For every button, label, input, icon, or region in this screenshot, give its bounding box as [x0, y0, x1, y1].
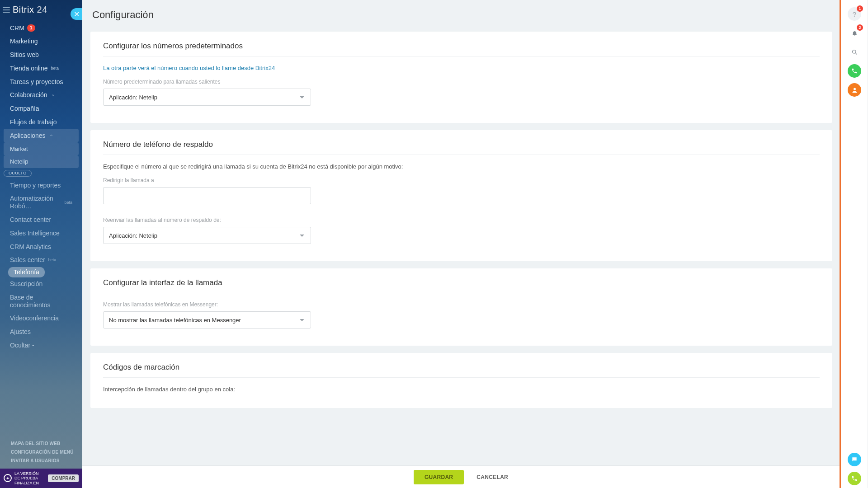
sidebar-item-label: Telefonía	[14, 268, 39, 276]
trial-message: LA VERSIÓN DE PRUEBA FINALIZA EN	[14, 471, 45, 485]
section-dial-codes: Códigos de marcación Intercepción de lla…	[90, 353, 832, 408]
sidebar-item-label: Tienda online	[10, 65, 48, 72]
brand-suffix: 24	[37, 5, 47, 14]
sidebar-item-label: Contact center	[10, 216, 51, 224]
sidebar-item-label: Marketing	[10, 38, 38, 45]
field-label-show-in-messenger: Mostrar las llamadas telefónicas en Mess…	[103, 301, 820, 308]
save-button[interactable]: GUARDAR	[414, 470, 464, 484]
sidebar-item-flujos[interactable]: Flujos de trabajo	[4, 116, 79, 129]
sidebar-item-tienda[interactable]: Tienda onlinebeta	[4, 61, 79, 75]
buy-button[interactable]: COMPRAR	[48, 474, 79, 482]
svg-line-1	[855, 53, 857, 54]
sidebar-item-tareas[interactable]: Tareas y proyectos	[4, 75, 79, 89]
sidebar-item-label: Tiempo y reportes	[10, 182, 61, 189]
sidebar-item-label: Suscripción	[10, 280, 42, 288]
right-rail: ? 1 2	[841, 0, 868, 488]
beta-badge: beta	[51, 66, 59, 71]
sidebar-item-label: Sitios web	[10, 51, 39, 59]
sidebar-item-market[interactable]: Market	[4, 142, 79, 155]
sidebar-item-label: Sales center	[10, 256, 45, 264]
default-number-select[interactable]: Aplicación: Netelip	[103, 89, 311, 106]
beta-badge: beta	[64, 200, 72, 205]
select-value: Aplicación: Netelip	[109, 232, 157, 239]
field-label-redirect: Redirigir la llamada a	[103, 177, 820, 183]
brand-name: Bitrix	[13, 5, 34, 14]
sidebar-item-label: CRM Analytics	[10, 243, 51, 251]
sidebar-item-crm[interactable]: CRM 1	[4, 21, 79, 35]
sidebar-item-label: Netelip	[10, 158, 28, 165]
sidebar-item-label: Base de conocimientos	[10, 294, 72, 309]
trial-icon: ✦	[4, 474, 12, 482]
sidebar-item-label: Videoconferencia	[10, 314, 59, 322]
sidebar-item-compania[interactable]: Compañía	[4, 102, 79, 116]
invite-users-link[interactable]: INVITAR A USUARIOS	[11, 456, 78, 465]
sidebar-item-sales-center[interactable]: Sales centerbeta	[4, 253, 79, 267]
show-in-messenger-select[interactable]: No mostrar las llamadas telefónicas en M…	[103, 311, 311, 328]
section-title: Códigos de marcación	[103, 363, 820, 372]
sidebar-item-base[interactable]: Base de conocimientos	[4, 291, 79, 312]
sidebar-item-sitios[interactable]: Sitios web	[4, 48, 79, 62]
chat-icon[interactable]	[848, 453, 861, 466]
section-description: Intercepción de llamadas dentro del grup…	[103, 386, 820, 393]
sidebar-item-marketing[interactable]: Marketing	[4, 35, 79, 48]
sidebar-item-automatizacion[interactable]: Automatización Robó…beta	[4, 192, 79, 213]
select-value: Aplicación: Netelip	[109, 94, 157, 101]
sidebar: Bitrix 24 ✕ CRM 1 Marketing Sitios web T…	[0, 0, 82, 488]
sidebar-item-ajustes[interactable]: Ajustes	[4, 325, 79, 339]
sidebar-item-label: CRM	[10, 24, 24, 32]
sidebar-item-ocultar[interactable]: Ocultar -	[4, 339, 79, 352]
menu-toggle-icon[interactable]	[3, 7, 10, 13]
settings-scroll[interactable]: Configurar los números predeterminados L…	[82, 29, 840, 465]
sidebar-item-netelip[interactable]: Netelip	[4, 155, 79, 169]
section-note: La otra parte verá el número cuando uste…	[103, 65, 820, 71]
sidebar-item-label: Compañía	[10, 105, 39, 113]
section-description: Especifique el número al que se redirigi…	[103, 163, 820, 170]
crm-badge: 1	[27, 24, 35, 32]
hidden-section-label: OCULTO	[4, 168, 79, 178]
trial-banner: ✦ LA VERSIÓN DE PRUEBA FINALIZA EN COMPR…	[0, 469, 82, 488]
close-panel-button[interactable]: ✕	[71, 8, 82, 20]
page-title: Configuración	[82, 0, 840, 29]
section-title: Configurar la interfaz de la llamada	[103, 278, 820, 287]
sidebar-item-sales-intelligence[interactable]: Sales Intelligence	[4, 226, 79, 240]
sidebar-item-label: Market	[10, 145, 28, 153]
sidebar-item-colaboracion[interactable]: Colaboración	[4, 89, 79, 102]
svg-point-2	[854, 88, 856, 90]
help-badge: 1	[857, 5, 863, 12]
sidebar-item-video[interactable]: Videoconferencia	[4, 312, 79, 325]
cancel-button[interactable]: CANCELAR	[476, 474, 508, 480]
forward-from-select[interactable]: Aplicación: Netelip	[103, 227, 311, 244]
menu-config-link[interactable]: CONFIGURACIÓN DE MENÚ	[11, 448, 78, 456]
sidebar-item-label: Sales Intelligence	[10, 230, 60, 237]
sidebar-item-label: Automatización Robó…	[10, 195, 61, 210]
sidebar-item-label: Aplicaciones	[10, 132, 46, 140]
sidebar-item-tiempo[interactable]: Tiempo y reportes	[4, 178, 79, 192]
sidebar-item-label: Ocultar -	[10, 342, 34, 349]
field-label-default-number: Número predeterminado para llamadas sali…	[103, 79, 820, 85]
brand-logo: Bitrix 24	[13, 5, 47, 15]
search-icon[interactable]	[848, 45, 861, 59]
redirect-number-input[interactable]	[103, 187, 311, 204]
sidebar-item-telefonia[interactable]: Telefonía	[8, 267, 45, 277]
select-value: No mostrar las llamadas telefónicas en M…	[109, 317, 241, 324]
svg-point-0	[852, 50, 856, 53]
section-title: Número de teléfono de respaldo	[103, 140, 820, 149]
footer-bar: GUARDAR CANCELAR	[82, 465, 840, 488]
sidebar-footer-links: MAPA DEL SITIO WEB CONFIGURACIÓN DE MENÚ…	[0, 437, 82, 469]
sidebar-item-label: Flujos de trabajo	[10, 118, 57, 126]
sitemap-link[interactable]: MAPA DEL SITIO WEB	[11, 439, 78, 448]
help-icon[interactable]: ? 1	[848, 7, 861, 21]
dial-icon[interactable]	[848, 472, 861, 485]
sidebar-item-contact-center[interactable]: Contact center	[4, 213, 79, 227]
user-icon[interactable]	[848, 83, 861, 97]
sidebar-item-crm-analytics[interactable]: CRM Analytics	[4, 240, 79, 253]
sidebar-item-suscripcion[interactable]: Suscripción	[4, 277, 79, 291]
section-default-numbers: Configurar los números predeterminados L…	[90, 32, 832, 123]
sidebar-item-aplicaciones[interactable]: Aplicaciones	[4, 129, 79, 142]
bell-icon[interactable]: 2	[848, 26, 861, 40]
field-label-forward-from: Reenviar las llamadas al número de respa…	[103, 217, 820, 223]
section-backup-number: Número de teléfono de respaldo Especifiq…	[90, 130, 832, 261]
sidebar-item-label: Tareas y proyectos	[10, 78, 63, 86]
sidebar-item-label: Colaboración	[10, 91, 47, 99]
call-icon[interactable]	[848, 64, 861, 78]
